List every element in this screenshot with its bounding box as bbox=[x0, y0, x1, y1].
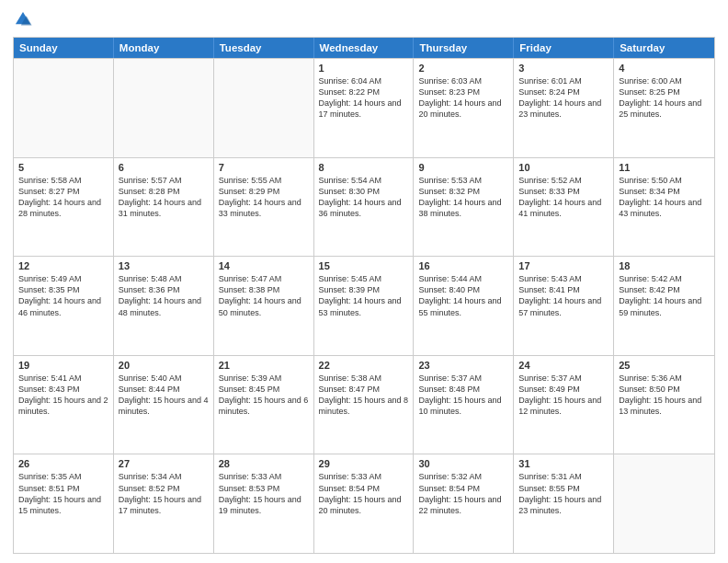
cell-text: Sunrise: 5:50 AM Sunset: 8:34 PM Dayligh… bbox=[619, 175, 710, 220]
page: SundayMondayTuesdayWednesdayThursdayFrid… bbox=[0, 0, 728, 563]
cell-text: Sunrise: 5:43 AM Sunset: 8:41 PM Dayligh… bbox=[518, 273, 609, 318]
logo-icon bbox=[13, 9, 33, 29]
cal-cell: 6Sunrise: 5:57 AM Sunset: 8:28 PM Daylig… bbox=[114, 158, 214, 257]
cal-cell: 10Sunrise: 5:52 AM Sunset: 8:33 PM Dayli… bbox=[514, 158, 614, 257]
cell-text: Sunrise: 5:45 AM Sunset: 8:39 PM Dayligh… bbox=[319, 273, 409, 318]
cal-cell: 28Sunrise: 5:33 AM Sunset: 8:53 PM Dayli… bbox=[214, 454, 314, 553]
day-number: 15 bbox=[319, 260, 409, 271]
day-number: 2 bbox=[418, 63, 508, 74]
header bbox=[13, 9, 715, 29]
cal-cell: 1Sunrise: 6:04 AM Sunset: 8:22 PM Daylig… bbox=[314, 59, 415, 157]
cal-header-day: Saturday bbox=[614, 38, 714, 58]
calendar-header: SundayMondayTuesdayWednesdayThursdayFrid… bbox=[14, 38, 714, 58]
cal-cell: 16Sunrise: 5:44 AM Sunset: 8:40 PM Dayli… bbox=[414, 257, 514, 355]
cell-text: Sunrise: 5:32 AM Sunset: 8:54 PM Dayligh… bbox=[418, 471, 508, 516]
cal-row: 19Sunrise: 5:41 AM Sunset: 8:43 PM Dayli… bbox=[14, 355, 714, 454]
day-number: 6 bbox=[119, 162, 209, 173]
cell-text: Sunrise: 5:57 AM Sunset: 8:28 PM Dayligh… bbox=[119, 175, 209, 220]
cell-text: Sunrise: 5:41 AM Sunset: 8:43 PM Dayligh… bbox=[18, 373, 108, 418]
day-number: 27 bbox=[119, 458, 209, 469]
cal-cell: 7Sunrise: 5:55 AM Sunset: 8:29 PM Daylig… bbox=[214, 158, 314, 257]
cell-text: Sunrise: 6:03 AM Sunset: 8:23 PM Dayligh… bbox=[418, 75, 508, 121]
cal-cell-empty bbox=[114, 59, 214, 157]
cal-cell: 14Sunrise: 5:47 AM Sunset: 8:38 PM Dayli… bbox=[214, 257, 314, 355]
cal-cell: 31Sunrise: 5:31 AM Sunset: 8:55 PM Dayli… bbox=[514, 454, 614, 553]
calendar: SundayMondayTuesdayWednesdayThursdayFrid… bbox=[13, 37, 715, 554]
cal-cell-empty bbox=[14, 59, 114, 157]
cell-text: Sunrise: 5:49 AM Sunset: 8:35 PM Dayligh… bbox=[18, 273, 108, 318]
cal-cell: 24Sunrise: 5:37 AM Sunset: 8:49 PM Dayli… bbox=[514, 356, 614, 454]
cal-cell: 30Sunrise: 5:32 AM Sunset: 8:54 PM Dayli… bbox=[414, 454, 514, 553]
cal-cell: 9Sunrise: 5:53 AM Sunset: 8:32 PM Daylig… bbox=[414, 158, 514, 257]
day-number: 21 bbox=[219, 360, 309, 371]
cal-cell: 3Sunrise: 6:01 AM Sunset: 8:24 PM Daylig… bbox=[514, 59, 614, 157]
logo bbox=[13, 9, 37, 29]
cal-cell: 26Sunrise: 5:35 AM Sunset: 8:51 PM Dayli… bbox=[14, 454, 114, 553]
day-number: 20 bbox=[119, 360, 209, 371]
day-number: 29 bbox=[319, 458, 409, 469]
day-number: 24 bbox=[518, 360, 609, 371]
cal-row: 12Sunrise: 5:49 AM Sunset: 8:35 PM Dayli… bbox=[14, 256, 714, 355]
cell-text: Sunrise: 5:39 AM Sunset: 8:45 PM Dayligh… bbox=[219, 373, 309, 418]
cal-cell: 5Sunrise: 5:58 AM Sunset: 8:27 PM Daylig… bbox=[14, 158, 114, 257]
day-number: 7 bbox=[219, 162, 309, 173]
cal-cell: 13Sunrise: 5:48 AM Sunset: 8:36 PM Dayli… bbox=[114, 257, 214, 355]
cell-text: Sunrise: 5:38 AM Sunset: 8:47 PM Dayligh… bbox=[319, 373, 409, 418]
cal-cell: 25Sunrise: 5:36 AM Sunset: 8:50 PM Dayli… bbox=[614, 356, 714, 454]
cell-text: Sunrise: 5:35 AM Sunset: 8:51 PM Dayligh… bbox=[18, 471, 108, 516]
cal-cell-empty bbox=[614, 454, 714, 553]
day-number: 14 bbox=[219, 260, 309, 271]
day-number: 25 bbox=[619, 360, 710, 371]
cal-cell: 15Sunrise: 5:45 AM Sunset: 8:39 PM Dayli… bbox=[314, 257, 415, 355]
day-number: 3 bbox=[518, 63, 609, 74]
cell-text: Sunrise: 5:33 AM Sunset: 8:54 PM Dayligh… bbox=[319, 471, 409, 516]
cal-cell: 17Sunrise: 5:43 AM Sunset: 8:41 PM Dayli… bbox=[514, 257, 614, 355]
day-number: 1 bbox=[319, 63, 409, 74]
cal-cell: 2Sunrise: 6:03 AM Sunset: 8:23 PM Daylig… bbox=[414, 59, 514, 157]
cal-header-day: Sunday bbox=[14, 38, 114, 58]
day-number: 30 bbox=[418, 458, 508, 469]
day-number: 13 bbox=[119, 260, 209, 271]
cell-text: Sunrise: 5:58 AM Sunset: 8:27 PM Dayligh… bbox=[18, 175, 108, 220]
cal-cell: 23Sunrise: 5:37 AM Sunset: 8:48 PM Dayli… bbox=[414, 356, 514, 454]
cal-header-day: Tuesday bbox=[214, 38, 314, 58]
cal-cell: 29Sunrise: 5:33 AM Sunset: 8:54 PM Dayli… bbox=[314, 454, 415, 553]
cell-text: Sunrise: 5:44 AM Sunset: 8:40 PM Dayligh… bbox=[418, 273, 508, 318]
cell-text: Sunrise: 5:34 AM Sunset: 8:52 PM Dayligh… bbox=[119, 471, 209, 516]
cal-cell: 27Sunrise: 5:34 AM Sunset: 8:52 PM Dayli… bbox=[114, 454, 214, 553]
cell-text: Sunrise: 5:52 AM Sunset: 8:33 PM Dayligh… bbox=[518, 175, 609, 220]
day-number: 10 bbox=[518, 162, 609, 173]
cell-text: Sunrise: 5:54 AM Sunset: 8:30 PM Dayligh… bbox=[319, 175, 409, 220]
cal-cell: 22Sunrise: 5:38 AM Sunset: 8:47 PM Dayli… bbox=[314, 356, 415, 454]
cal-row: 5Sunrise: 5:58 AM Sunset: 8:27 PM Daylig… bbox=[14, 157, 714, 257]
day-number: 11 bbox=[619, 162, 710, 173]
day-number: 23 bbox=[418, 360, 508, 371]
day-number: 22 bbox=[319, 360, 409, 371]
cell-text: Sunrise: 5:55 AM Sunset: 8:29 PM Dayligh… bbox=[219, 175, 309, 220]
cal-cell: 11Sunrise: 5:50 AM Sunset: 8:34 PM Dayli… bbox=[614, 158, 714, 257]
cal-row: 26Sunrise: 5:35 AM Sunset: 8:51 PM Dayli… bbox=[14, 454, 714, 553]
cell-text: Sunrise: 6:04 AM Sunset: 8:22 PM Dayligh… bbox=[319, 75, 409, 121]
cal-cell: 21Sunrise: 5:39 AM Sunset: 8:45 PM Dayli… bbox=[214, 356, 314, 454]
cal-header-day: Friday bbox=[514, 38, 614, 58]
cell-text: Sunrise: 5:37 AM Sunset: 8:48 PM Dayligh… bbox=[418, 373, 508, 418]
day-number: 4 bbox=[619, 63, 710, 74]
cell-text: Sunrise: 5:53 AM Sunset: 8:32 PM Dayligh… bbox=[418, 175, 508, 220]
cal-cell-empty bbox=[214, 59, 314, 157]
calendar-body: 1Sunrise: 6:04 AM Sunset: 8:22 PM Daylig… bbox=[14, 58, 714, 553]
day-number: 31 bbox=[518, 458, 609, 469]
cell-text: Sunrise: 5:48 AM Sunset: 8:36 PM Dayligh… bbox=[119, 273, 209, 318]
cell-text: Sunrise: 5:33 AM Sunset: 8:53 PM Dayligh… bbox=[219, 471, 309, 516]
cal-header-day: Thursday bbox=[414, 38, 514, 58]
cell-text: Sunrise: 5:36 AM Sunset: 8:50 PM Dayligh… bbox=[619, 373, 710, 418]
day-number: 8 bbox=[319, 162, 409, 173]
day-number: 5 bbox=[18, 162, 108, 173]
day-number: 12 bbox=[18, 260, 108, 271]
cal-header-day: Monday bbox=[114, 38, 214, 58]
cell-text: Sunrise: 5:42 AM Sunset: 8:42 PM Dayligh… bbox=[619, 273, 710, 318]
day-number: 9 bbox=[418, 162, 508, 173]
day-number: 17 bbox=[518, 260, 609, 271]
day-number: 26 bbox=[18, 458, 108, 469]
cal-header-day: Wednesday bbox=[314, 38, 415, 58]
cell-text: Sunrise: 5:47 AM Sunset: 8:38 PM Dayligh… bbox=[219, 273, 309, 318]
